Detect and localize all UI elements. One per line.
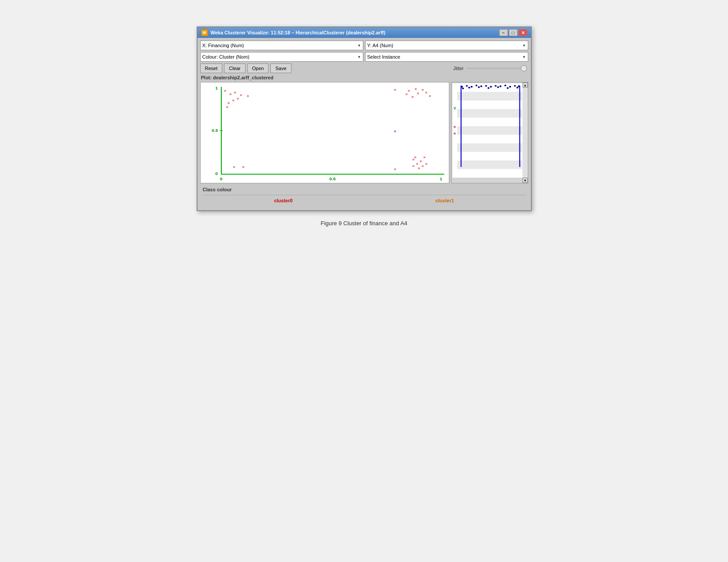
class-colour-section: Class colour cluster0 cluster1 xyxy=(200,185,528,208)
svg-text:×: × xyxy=(393,87,396,92)
scrollbar-up-button[interactable]: ▲ xyxy=(523,82,528,88)
plot-area: 1 0.5 0 0 0.5 1 × × × × × × xyxy=(200,82,528,183)
svg-text:×: × xyxy=(411,94,414,99)
open-button[interactable]: Open xyxy=(247,63,269,73)
svg-point-68 xyxy=(516,87,518,89)
class-colour-row: cluster0 cluster1 xyxy=(203,195,526,206)
window-content: X: Financing (Num) ▼ Y: A4 (Num) ▼ Colou… xyxy=(198,38,531,210)
svg-text:×: × xyxy=(239,93,242,97)
svg-point-49 xyxy=(461,86,463,88)
svg-rect-45 xyxy=(457,152,522,160)
svg-text:×: × xyxy=(231,98,234,103)
svg-text:×: × xyxy=(229,92,231,97)
x-dropdown-arrow: ▼ xyxy=(358,44,361,48)
svg-text:×: × xyxy=(419,159,422,164)
svg-text:×: × xyxy=(414,155,416,160)
svg-rect-43 xyxy=(457,118,522,126)
svg-text:0.5: 0.5 xyxy=(212,128,218,133)
reset-button[interactable]: Reset xyxy=(200,63,223,73)
side-scrollbar: ▲ ▼ xyxy=(523,82,528,183)
svg-text:×: × xyxy=(236,96,239,101)
title-bar-left: W Weka Clusterer Visualize: 11:52:18 – H… xyxy=(201,29,385,36)
svg-text:×: × xyxy=(412,164,414,169)
svg-text:×: × xyxy=(421,87,424,92)
window-title: Weka Clusterer Visualize: 11:52:18 – Hie… xyxy=(211,30,385,35)
svg-rect-44 xyxy=(457,135,522,143)
svg-point-53 xyxy=(480,86,482,87)
svg-text:1: 1 xyxy=(215,86,218,90)
colour-row: Colour: Cluster (Nom) ▼ Select Instance … xyxy=(200,52,528,62)
buttons-row: Reset Clear Open Save Jitter xyxy=(200,63,528,73)
save-button[interactable]: Save xyxy=(270,63,291,73)
y-dropdown-label: Y: A4 (Num) xyxy=(367,43,393,48)
clear-button[interactable]: Clear xyxy=(224,63,245,73)
select-instance-arrow: ▼ xyxy=(523,55,526,59)
svg-rect-46 xyxy=(457,169,522,178)
svg-text:×: × xyxy=(453,125,456,129)
svg-text:×: × xyxy=(393,129,396,134)
svg-text:×: × xyxy=(242,165,244,170)
jitter-row: Jitter xyxy=(293,66,528,71)
select-instance-dropdown[interactable]: Select Instance ▼ xyxy=(365,52,528,62)
svg-text:×: × xyxy=(393,167,396,171)
maximize-button[interactable]: □ xyxy=(509,29,518,36)
colour-dropdown[interactable]: Colour: Cluster (Nom) ▼ xyxy=(200,52,363,62)
svg-text:×: × xyxy=(417,91,419,96)
svg-point-54 xyxy=(485,85,487,87)
svg-point-61 xyxy=(518,86,519,87)
close-button[interactable]: ✕ xyxy=(519,29,527,36)
svg-point-67 xyxy=(507,87,508,89)
svg-point-63 xyxy=(468,87,470,89)
svg-text:×: × xyxy=(429,93,431,98)
svg-text:×: × xyxy=(232,165,235,170)
x-dropdown[interactable]: X: Financing (Num) ▼ xyxy=(200,41,363,50)
jitter-slider-thumb[interactable] xyxy=(521,65,527,71)
svg-text:×: × xyxy=(425,90,427,95)
svg-point-51 xyxy=(470,86,472,88)
cluster0-label[interactable]: cluster0 xyxy=(203,198,364,203)
svg-rect-40 xyxy=(457,83,522,178)
main-scatter-plot: 1 0.5 0 0 0.5 1 × × × × × × xyxy=(200,82,449,183)
svg-point-66 xyxy=(497,86,499,88)
svg-point-56 xyxy=(494,85,496,87)
scrollbar-track[interactable] xyxy=(523,88,528,178)
svg-text:×: × xyxy=(224,88,226,93)
svg-point-65 xyxy=(487,87,489,89)
xy-row: X: Financing (Num) ▼ Y: A4 (Num) ▼ xyxy=(200,41,528,50)
app-icon: W xyxy=(201,29,208,36)
figure-caption: Figure 9 Cluster of finance and A4 xyxy=(321,220,407,227)
svg-point-55 xyxy=(490,86,492,88)
svg-text:0: 0 xyxy=(215,171,218,176)
svg-point-60 xyxy=(514,85,515,87)
svg-text:×: × xyxy=(234,90,236,95)
svg-text:×: × xyxy=(453,131,456,135)
y-dropdown-arrow: ▼ xyxy=(523,44,526,48)
y-dropdown[interactable]: Y: A4 (Num) ▼ xyxy=(365,41,528,50)
svg-point-62 xyxy=(462,88,463,89)
svg-text:0: 0 xyxy=(220,176,222,181)
svg-text:×: × xyxy=(423,155,426,160)
svg-point-52 xyxy=(475,85,477,86)
svg-point-58 xyxy=(504,85,506,86)
select-instance-label: Select Instance xyxy=(367,54,400,60)
minimize-button[interactable]: – xyxy=(499,29,508,36)
svg-text:×: × xyxy=(418,166,420,171)
x-dropdown-label: X: Financing (Num) xyxy=(202,43,244,48)
title-bar: W Weka Clusterer Visualize: 11:52:18 – H… xyxy=(198,27,531,38)
colour-dropdown-label: Colour: Cluster (Nom) xyxy=(202,54,250,60)
colour-dropdown-arrow: ▼ xyxy=(358,55,361,59)
side-panel: Y × × ▲ ▼ xyxy=(451,82,528,183)
svg-text:×: × xyxy=(421,164,424,169)
svg-point-57 xyxy=(499,86,501,87)
jitter-label: Jitter xyxy=(453,66,464,71)
svg-text:×: × xyxy=(425,162,427,167)
svg-text:×: × xyxy=(246,93,249,98)
svg-text:×: × xyxy=(407,88,410,93)
scrollbar-down-button[interactable]: ▼ xyxy=(523,178,528,183)
svg-point-64 xyxy=(478,86,479,88)
cluster1-label[interactable]: cluster1 xyxy=(364,198,526,203)
svg-rect-41 xyxy=(457,83,522,92)
svg-rect-42 xyxy=(457,100,522,109)
svg-point-59 xyxy=(509,86,511,88)
main-window: W Weka Clusterer Visualize: 11:52:18 – H… xyxy=(197,26,532,211)
